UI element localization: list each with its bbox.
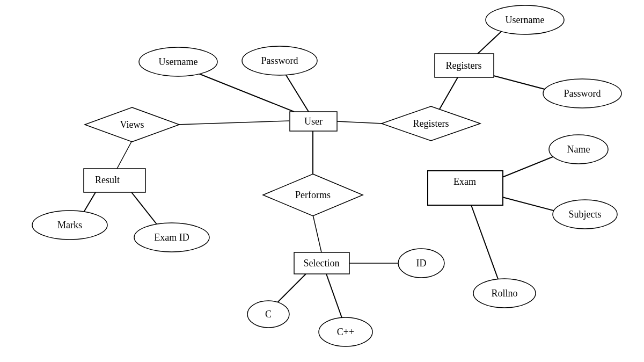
attribute-selection-id [398,249,444,278]
attribute-result-marks [32,211,107,240]
edge-registers-password [492,75,553,91]
edge-registers-username [478,30,503,54]
entity-result [84,169,145,192]
attribute-user-username [139,47,217,76]
relationship-performs [263,174,363,216]
attribute-result-examid [134,223,209,252]
entity-exam [428,171,503,205]
edge-exam-subjects [502,197,560,212]
edge-user-password [284,73,309,112]
edge-user-views [177,121,289,125]
edge-exam-rollno [471,205,499,282]
attribute-selection-c [247,301,289,328]
attribute-user-password [242,46,317,75]
entity-user [290,112,337,131]
edge-selection-c [274,274,306,306]
edge-performs-selection [313,215,321,252]
entity-registers [435,54,494,77]
attribute-registers-username [486,5,564,34]
er-diagram [0,0,644,362]
edge-user-registers-rel [337,121,383,124]
attribute-exam-subjects [553,200,617,229]
attribute-registers-password [543,79,621,108]
edge-selection-cpp [326,274,343,322]
edge-user-username [196,73,294,112]
edge-exam-name [502,156,555,177]
edge-views-result [117,141,132,169]
entity-selection [294,252,349,274]
relationship-views [85,107,179,142]
relationship-registers [382,106,480,141]
attribute-selection-cpp [319,317,372,346]
attribute-exam-rollno [473,279,536,308]
attribute-exam-name [549,135,608,164]
edge-registers-rel-entity [439,77,458,110]
edge-result-examid [131,192,160,228]
